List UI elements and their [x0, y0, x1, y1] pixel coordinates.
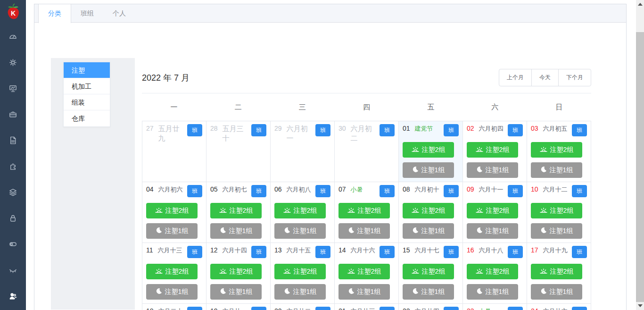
- day-shift-button[interactable]: 注塑2组: [531, 203, 582, 218]
- night-shift-button[interactable]: 注塑1组: [210, 284, 262, 300]
- shift-badge[interactable]: 班: [508, 246, 523, 258]
- users-icon[interactable]: [0, 283, 26, 309]
- scroll-up-arrow-icon[interactable]: [638, 3, 643, 6]
- calendar-cell[interactable]: 24六月廿六班注塑2组注塑1组: [527, 304, 591, 310]
- calendar-cell[interactable]: 05六月初七班注塑2组注塑1组: [206, 182, 271, 243]
- calendar-cell[interactable]: 07小暑班注塑2组注塑1组: [335, 182, 399, 243]
- calendar-cell[interactable]: 29六月初一班: [271, 121, 335, 182]
- calendar-cell[interactable]: 13六月十五班注塑2组注塑1组: [271, 243, 335, 304]
- prev-month-button[interactable]: 上个月: [499, 69, 532, 86]
- calendar-cell[interactable]: 23大暑班注塑2组注塑1组: [463, 304, 527, 310]
- shift-badge[interactable]: 班: [315, 246, 330, 258]
- night-shift-button[interactable]: 注塑1组: [531, 223, 582, 239]
- puzzle-icon[interactable]: [0, 153, 26, 179]
- day-shift-button[interactable]: 注塑2组: [403, 264, 454, 279]
- category-item-3[interactable]: 仓库: [64, 110, 110, 126]
- calendar-cell[interactable]: 30六月初二班: [335, 121, 399, 182]
- night-shift-button[interactable]: 注塑1组: [403, 162, 454, 178]
- shift-badge[interactable]: 班: [315, 307, 330, 310]
- shift-badge[interactable]: 班: [315, 124, 330, 136]
- scrollbar-thumb[interactable]: [636, 32, 644, 302]
- shift-badge[interactable]: 班: [508, 307, 523, 310]
- night-shift-button[interactable]: 注塑1组: [146, 284, 198, 300]
- shift-badge[interactable]: 班: [251, 307, 266, 310]
- calendar-cell[interactable]: 27五月廿九班: [142, 121, 206, 182]
- lock-icon[interactable]: [0, 205, 26, 231]
- shift-badge[interactable]: 班: [508, 124, 523, 136]
- shift-badge[interactable]: 班: [508, 185, 523, 197]
- shift-badge[interactable]: 班: [380, 307, 395, 310]
- shift-badge[interactable]: 班: [187, 246, 202, 258]
- day-shift-button[interactable]: 注塑2组: [146, 203, 198, 218]
- calendar-cell[interactable]: 06六月初八班注塑2组注塑1组: [271, 182, 335, 243]
- calendar-cell[interactable]: 03六月初五班注塑2组注塑1组: [527, 121, 591, 182]
- shift-badge[interactable]: 班: [572, 307, 587, 310]
- night-shift-button[interactable]: 注塑1组: [467, 223, 518, 239]
- day-shift-button[interactable]: 注塑2组: [403, 203, 454, 218]
- shift-badge[interactable]: 班: [572, 246, 587, 258]
- day-shift-button[interactable]: 注塑2组: [274, 264, 326, 279]
- shift-badge[interactable]: 班: [187, 185, 202, 197]
- toolbox-icon[interactable]: [0, 101, 26, 127]
- shift-badge[interactable]: 班: [380, 185, 395, 197]
- scroll-down-arrow-icon[interactable]: [638, 304, 643, 307]
- calendar-cell[interactable]: 11六月十三班注塑2组注塑1组: [142, 243, 206, 304]
- shift-badge[interactable]: 班: [251, 185, 266, 197]
- tab-personal[interactable]: 个人: [103, 4, 135, 23]
- day-shift-button[interactable]: 注塑2组: [403, 142, 454, 158]
- shift-badge[interactable]: 班: [187, 124, 202, 136]
- shift-badge[interactable]: 班: [251, 124, 266, 136]
- night-shift-button[interactable]: 注塑1组: [467, 162, 518, 178]
- calendar-cell[interactable]: 01建党节班注塑2组注塑1组: [399, 121, 463, 182]
- category-item-1[interactable]: 机加工: [64, 78, 110, 94]
- shift-badge[interactable]: 班: [251, 246, 266, 258]
- eye-closed-icon[interactable]: [0, 257, 26, 283]
- day-shift-button[interactable]: 注塑2组: [339, 264, 390, 279]
- night-shift-button[interactable]: 注塑1组: [339, 223, 390, 239]
- shift-badge[interactable]: 班: [444, 124, 459, 136]
- layers-icon[interactable]: [0, 179, 26, 205]
- shift-badge[interactable]: 班: [572, 185, 587, 197]
- night-shift-button[interactable]: 注塑1组: [210, 223, 262, 239]
- day-shift-button[interactable]: 注塑2组: [531, 142, 582, 158]
- document-icon[interactable]: [0, 127, 26, 153]
- shift-badge[interactable]: 班: [444, 307, 459, 310]
- calendar-cell[interactable]: 18六月二十班注塑2组注塑1组: [142, 304, 206, 310]
- day-shift-button[interactable]: 注塑2组: [210, 264, 262, 279]
- settings-icon[interactable]: [0, 50, 26, 75]
- night-shift-button[interactable]: 注塑1组: [146, 223, 198, 239]
- shift-badge[interactable]: 班: [380, 246, 395, 258]
- calendar-cell[interactable]: 15六月十七班注塑2组注塑1组: [399, 243, 463, 304]
- calendar-cell[interactable]: 12六月十四班注塑2组注塑1组: [206, 243, 271, 304]
- calendar-cell[interactable]: 16六月十八班注塑2组注塑1组: [463, 243, 527, 304]
- calendar-cell[interactable]: 09六月十一班注塑2组注塑1组: [463, 182, 527, 243]
- calendar-cell[interactable]: 10六月十二班注塑2组注塑1组: [527, 182, 591, 243]
- shift-badge[interactable]: 班: [315, 185, 330, 197]
- today-button[interactable]: 今天: [531, 69, 559, 86]
- night-shift-button[interactable]: 注塑1组: [531, 284, 582, 300]
- calendar-cell[interactable]: 14六月十六班注塑2组注塑1组: [335, 243, 399, 304]
- night-shift-button[interactable]: 注塑1组: [467, 284, 518, 300]
- night-shift-button[interactable]: 注塑1组: [274, 284, 326, 300]
- day-shift-button[interactable]: 注塑2组: [467, 203, 518, 218]
- calendar-cell[interactable]: 20六月廿二班注塑2组注塑1组: [271, 304, 335, 310]
- monitor-chart-icon[interactable]: [0, 75, 26, 101]
- calendar-cell[interactable]: 22六月廿四班注塑2组注塑1组: [399, 304, 463, 310]
- day-shift-button[interactable]: 注塑2组: [531, 264, 582, 279]
- calendar-cell[interactable]: 19六月廿一班注塑2组注塑1组: [206, 304, 271, 310]
- shift-badge[interactable]: 班: [572, 124, 587, 136]
- day-shift-button[interactable]: 注塑2组: [467, 142, 518, 158]
- day-shift-button[interactable]: 注塑2组: [339, 203, 390, 218]
- calendar-cell[interactable]: 04六月初六班注塑2组注塑1组: [142, 182, 206, 243]
- night-shift-button[interactable]: 注塑1组: [274, 223, 326, 239]
- calendar-cell[interactable]: 08六月初十班注塑2组注塑1组: [399, 182, 463, 243]
- category-item-0[interactable]: 注塑: [64, 62, 110, 78]
- tab-category[interactable]: 分类: [38, 4, 71, 23]
- shift-badge[interactable]: 班: [444, 185, 459, 197]
- shift-badge[interactable]: 班: [187, 307, 202, 310]
- shift-badge[interactable]: 班: [380, 124, 395, 136]
- day-shift-button[interactable]: 注塑2组: [467, 264, 518, 279]
- category-item-2[interactable]: 组装: [64, 94, 110, 110]
- calendar-cell[interactable]: 02六月初四班注塑2组注塑1组: [463, 121, 527, 182]
- dashboard-icon[interactable]: [0, 24, 26, 50]
